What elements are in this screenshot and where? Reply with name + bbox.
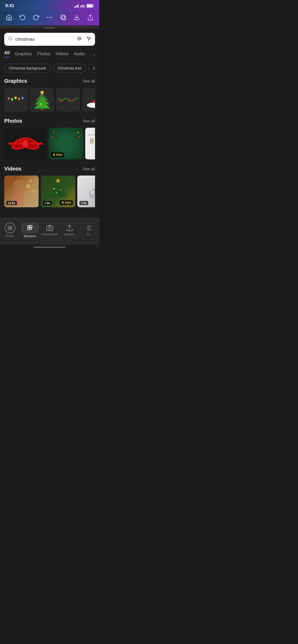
photos-see-all[interactable]: See all [83,119,95,123]
share-button[interactable] [85,13,95,22]
download-button[interactable] [72,13,82,22]
search-input[interactable]: christmas [15,37,74,42]
videos-section-header: Videos See all [4,166,95,172]
text-icon [86,224,93,232]
svg-point-77 [29,180,32,182]
tabs-more-arrow[interactable]: › [94,53,95,57]
chip-christmas-background[interactable]: Christmas background [4,64,50,73]
nav-text[interactable]: Te… [79,223,99,237]
svg-line-11 [11,39,12,40]
svg-point-75 [26,184,30,188]
svg-rect-71 [85,128,95,159]
svg-point-81 [53,188,55,190]
photo-white-christmas[interactable] [85,128,95,159]
photo-green-pro-badge: ♛ PRO [51,152,64,157]
crown-icon-2: ♛ [61,201,64,204]
home-bar [34,247,66,248]
svg-point-83 [56,192,57,194]
tab-all[interactable]: All [4,50,10,59]
svg-rect-24 [12,98,12,99]
photo-bow[interactable] [4,128,47,159]
filter-tabs: All Graphics Photos Videos Audio › [4,50,95,59]
svg-point-59 [22,140,29,147]
pages-button[interactable] [58,13,68,22]
svg-point-64 [77,132,79,133]
uploads-icon [66,224,73,232]
svg-rect-90 [8,228,10,230]
videos-row: 12.0s 7.0s ♛ PRO [4,176,95,207]
svg-rect-60 [8,142,21,145]
svg-marker-34 [34,100,50,108]
elements-icon-bg [21,222,39,233]
toolbar [0,11,99,25]
nav-design[interactable]: Design [0,221,20,239]
svg-rect-89 [8,226,10,228]
search-bar[interactable]: christmas [4,33,95,46]
battery-icon [87,4,94,8]
nav-elements[interactable]: Elements [20,221,40,239]
svg-point-5 [51,17,52,18]
svg-rect-22 [8,97,9,98]
graphic-christmas-tree[interactable] [30,88,54,112]
svg-point-19 [89,38,90,39]
svg-point-73 [13,180,24,190]
video-item-1[interactable]: 12.0s [4,176,39,207]
graphics-title: Graphics [4,78,27,84]
elements-icon [26,224,34,231]
video-duration-2: 7.0s [43,201,52,205]
nav-uploads[interactable]: Uploads [60,223,79,237]
photos-section-header: Photos See all [4,118,95,124]
tab-graphics[interactable]: Graphics [15,52,32,58]
video-pro-badge-2: ♛ PRO [60,200,73,205]
graphic-lights[interactable] [4,88,28,112]
signal-icon [74,4,79,8]
video-duration-3: 7.0s [79,201,88,205]
drag-handle[interactable] [44,27,55,29]
svg-rect-91 [10,226,12,228]
svg-point-88 [91,190,94,194]
suggestion-chips: Christmas background Christmas tree Chri… [4,64,95,73]
svg-rect-26 [15,96,16,97]
graphics-row [4,88,95,112]
graphic-santa-hat[interactable] [82,88,95,112]
chip-christmas-more[interactable]: Christm… [89,64,95,73]
search-filter-button[interactable] [86,36,91,43]
svg-point-44 [69,99,70,100]
svg-marker-52 [90,91,95,104]
home-button[interactable] [4,13,14,22]
tab-videos[interactable]: Videos [56,52,69,58]
svg-point-35 [39,99,40,101]
svg-rect-28 [19,98,19,98]
search-icon [8,36,13,42]
more-button[interactable] [45,13,54,22]
graphic-garland[interactable] [56,88,80,112]
main-content: christmas All Graphics Photos Videos Aud… [0,29,99,218]
svg-rect-40 [41,108,43,110]
svg-rect-7 [62,16,66,20]
svg-rect-92 [10,228,12,230]
video-item-2[interactable]: 7.0s ♛ PRO [41,176,75,207]
wifi-icon [80,4,85,8]
status-bar: 9:41 [0,0,99,11]
photo-green-christmas[interactable]: ♛ PRO [49,128,83,159]
nav-camera[interactable]: Camera Roll [40,223,60,237]
nav-elements-label: Elements [24,234,36,238]
search-clear-button[interactable] [77,36,82,42]
redo-button[interactable] [31,13,41,22]
chip-christmas-tree[interactable]: Christmas tree [53,64,86,73]
videos-title: Videos [4,166,21,172]
tab-photos[interactable]: Photos [37,52,50,58]
svg-rect-1 [87,5,92,7]
graphics-section-header: Graphics See all [4,78,95,84]
video-item-3[interactable]: 7.0s [77,176,95,207]
undo-button[interactable] [18,13,27,22]
videos-see-all[interactable]: See all [83,167,95,171]
svg-point-62 [53,132,55,133]
tab-audio[interactable]: Audio [74,52,85,58]
drag-handle-container [0,25,99,29]
graphics-see-all[interactable]: See all [83,79,95,83]
svg-rect-61 [29,142,43,145]
photos-title: Photos [4,118,22,124]
svg-point-37 [40,103,42,105]
status-icons [74,4,94,8]
